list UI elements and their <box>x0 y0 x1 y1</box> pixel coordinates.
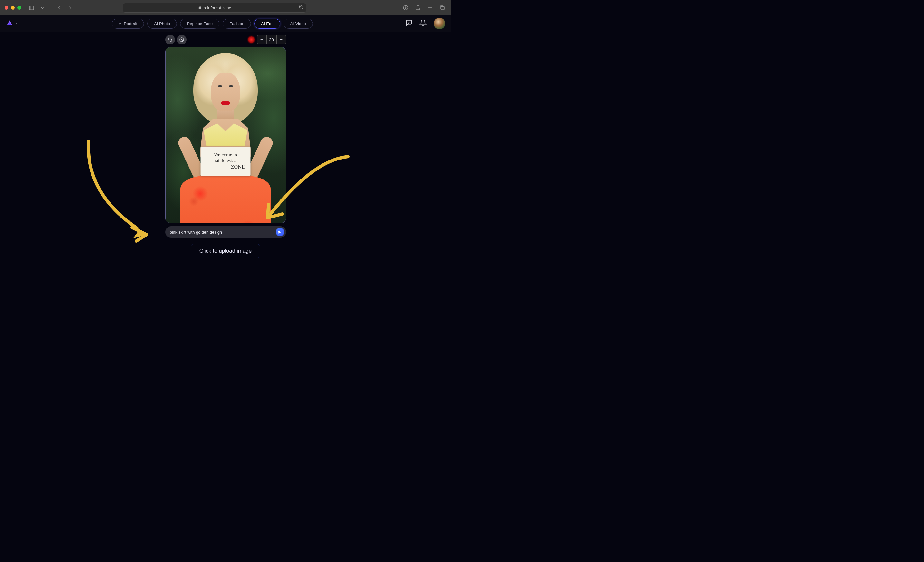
browser-chrome: rainforest.zone <box>0 0 451 15</box>
prompt-input[interactable] <box>170 230 276 234</box>
tab-replace-face[interactable]: Replace Face <box>180 19 219 29</box>
downloads-icon[interactable] <box>401 3 410 12</box>
chat-icon[interactable] <box>405 20 412 28</box>
sign-line-3: ZONE <box>202 164 249 170</box>
logo-area[interactable] <box>6 20 20 27</box>
tab-ai-portrait[interactable]: AI Portrait <box>112 19 144 29</box>
generated-image: Welcome to rainforest… ZONE <box>166 47 286 223</box>
brush-color-indicator[interactable] <box>248 36 255 43</box>
image-canvas[interactable]: Welcome to rainforest… ZONE <box>165 47 286 223</box>
app-logo-icon <box>6 20 14 27</box>
nav-tabs: AI Portrait AI Photo Replace Face Fashio… <box>112 19 312 29</box>
lock-icon <box>198 6 202 10</box>
tab-fashion[interactable]: Fashion <box>223 19 251 29</box>
held-sign: Welcome to rainforest… ZONE <box>201 147 250 176</box>
sign-line-2: rainforest… <box>214 158 237 164</box>
svg-rect-0 <box>29 6 33 9</box>
editor-area: − 30 + Welcome to rainforest… <box>0 32 451 258</box>
new-tab-icon[interactable] <box>426 3 434 12</box>
url-text: rainforest.zone <box>204 6 231 10</box>
fullscreen-window-button[interactable] <box>17 6 21 10</box>
notifications-icon[interactable] <box>420 20 426 28</box>
close-window-button[interactable] <box>4 6 8 10</box>
brush-size-value[interactable]: 30 <box>267 35 277 44</box>
brush-decrease-button[interactable]: − <box>257 35 267 45</box>
chevron-down-icon[interactable] <box>15 22 20 26</box>
brush-size-control: − 30 + <box>257 35 286 45</box>
forward-button[interactable] <box>66 3 74 12</box>
canvas-toolbar: − 30 + <box>165 35 286 45</box>
share-icon[interactable] <box>414 3 422 12</box>
tab-ai-photo[interactable]: AI Photo <box>147 19 177 29</box>
clear-button[interactable] <box>177 35 186 45</box>
sidebar-toggle-icon[interactable] <box>27 3 36 12</box>
app-header: AI Portrait AI Photo Replace Face Fashio… <box>0 15 451 32</box>
chevron-down-icon[interactable] <box>38 3 46 12</box>
upload-image-button[interactable]: Click to upload image <box>191 243 261 258</box>
mask-overlay <box>180 176 271 223</box>
minimize-window-button[interactable] <box>11 6 15 10</box>
tab-ai-edit[interactable]: AI Edit <box>254 19 280 29</box>
refresh-icon[interactable] <box>299 5 303 11</box>
address-bar[interactable]: rainforest.zone <box>123 3 306 12</box>
svg-rect-7 <box>441 6 444 10</box>
tab-ai-video[interactable]: AI Video <box>284 19 313 29</box>
prompt-bar <box>165 226 286 238</box>
svg-marker-13 <box>133 228 147 239</box>
avatar[interactable] <box>434 18 445 29</box>
window-controls <box>4 6 21 10</box>
back-button[interactable] <box>55 3 63 12</box>
brush-increase-button[interactable]: + <box>277 35 286 45</box>
tabs-overview-icon[interactable] <box>438 3 447 12</box>
send-button[interactable] <box>276 228 284 236</box>
annotation-arrow-left <box>82 138 166 242</box>
undo-button[interactable] <box>165 35 175 45</box>
sign-line-1: Welcome to <box>214 152 237 158</box>
